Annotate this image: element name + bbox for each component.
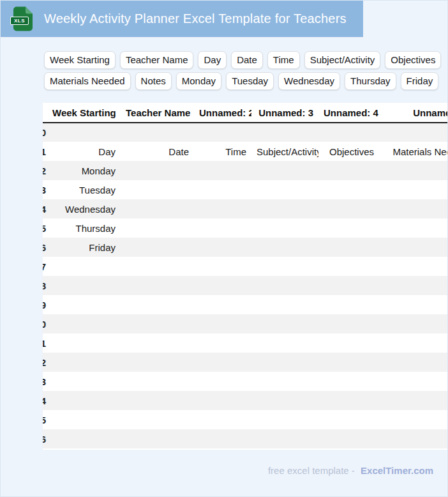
table-cell (121, 199, 194, 218)
table-cell (47, 276, 121, 295)
table-cell (121, 410, 194, 429)
chip-day[interactable]: Day (198, 51, 227, 69)
column-header: Unnamed: 4 (318, 103, 379, 123)
chip-materials-needed[interactable]: Materials Needed (44, 72, 131, 90)
table-cell (379, 372, 448, 391)
row-index: 3 (43, 180, 47, 199)
row-index: 7 (43, 257, 47, 276)
table-cell (121, 123, 194, 142)
table-cell (121, 238, 194, 257)
table-cell (47, 257, 121, 276)
row-index: 9 (43, 295, 47, 314)
table-row: 0 (43, 123, 448, 142)
row-index: 16 (43, 429, 47, 448)
table-row: 9 (43, 295, 448, 314)
xls-icon-label: XLS (10, 17, 29, 25)
table-row: 11 (43, 333, 448, 353)
table-row: 15 (43, 410, 448, 429)
table-cell (121, 333, 194, 353)
row-index: 11 (43, 333, 47, 353)
table-row: 12 (43, 353, 448, 372)
table-cell (379, 218, 448, 238)
table-cell (318, 238, 379, 257)
table-header: Week StartingTeacher NameUnnamed: 2Unnam… (43, 103, 448, 123)
chip-subject-activity[interactable]: Subject/Activity (304, 51, 381, 69)
chip-date[interactable]: Date (231, 51, 263, 69)
chip-monday[interactable]: Monday (176, 72, 221, 90)
index-column-header (43, 103, 47, 123)
data-table: Week StartingTeacher NameUnnamed: 2Unnam… (43, 103, 448, 448)
row-index: 4 (43, 199, 47, 218)
page-footer: free excel template - ExcelTimer.com (268, 465, 433, 476)
table-row: 14 (43, 391, 448, 410)
table-cell: Thursday (47, 218, 121, 238)
table-row: 10 (43, 314, 448, 333)
table-cell (379, 238, 448, 257)
table-cell (379, 353, 448, 372)
table-cell (194, 333, 251, 353)
table-cell (194, 372, 251, 391)
page-title: Weekly Activity Planner Excel Template f… (44, 11, 347, 26)
table-cell (194, 410, 251, 429)
table-cell (251, 199, 318, 218)
table-cell (194, 218, 251, 238)
table-cell: Friday (47, 238, 121, 257)
table-cell (121, 180, 194, 199)
table-cell (379, 257, 448, 276)
table-cell (251, 410, 318, 429)
chip-tuesday[interactable]: Tuesday (226, 72, 274, 90)
table-row: 6Friday (43, 238, 448, 257)
table-row: 2Monday (43, 161, 448, 180)
table-row: 8 (43, 276, 448, 295)
chip-time[interactable]: Time (267, 51, 300, 69)
column-header: Unnamed: 2 (194, 103, 251, 123)
table-cell (194, 314, 251, 333)
table-cell (318, 372, 379, 391)
table-cell (47, 372, 121, 391)
table-cell (251, 372, 318, 391)
table-cell (194, 276, 251, 295)
table-cell (121, 257, 194, 276)
chip-week-starting[interactable]: Week Starting (44, 51, 116, 69)
table-cell (194, 123, 251, 142)
footer-brand-link[interactable]: ExcelTimer.com (361, 465, 433, 476)
chip-friday[interactable]: Friday (401, 72, 439, 90)
table-cell (194, 161, 251, 180)
table-cell: Monday (47, 161, 121, 180)
row-index: 10 (43, 314, 47, 333)
table-cell (318, 314, 379, 333)
footer-text: free excel template - (268, 465, 355, 476)
table-cell (47, 353, 121, 372)
table-cell (318, 180, 379, 199)
table-cell (318, 391, 379, 410)
table-cell: Tuesday (47, 180, 121, 199)
table-cell (194, 257, 251, 276)
chip-list: Week StartingTeacher NameDayDateTimeSubj… (44, 51, 448, 90)
table-cell (318, 353, 379, 372)
table-cell (318, 295, 379, 314)
table-cell (379, 199, 448, 218)
chip-teacher-name[interactable]: Teacher Name (120, 51, 194, 69)
table-cell: Materials Needed (379, 142, 448, 161)
table-cell (251, 314, 318, 333)
chip-wednesday[interactable]: Wednesday (278, 72, 340, 90)
chip-notes[interactable]: Notes (135, 72, 172, 90)
table-cell (251, 391, 318, 410)
chip-thursday[interactable]: Thursday (345, 72, 396, 90)
table-cell (47, 429, 121, 448)
table-cell (379, 314, 448, 333)
table-cell (194, 353, 251, 372)
table-cell (379, 333, 448, 353)
table-row: 16 (43, 429, 448, 448)
table-cell (251, 180, 318, 199)
table-cell (47, 333, 121, 353)
table-cell (379, 410, 448, 429)
table-cell (251, 429, 318, 448)
table-cell (194, 429, 251, 448)
chip-objectives[interactable]: Objectives (385, 51, 441, 69)
table-cell (318, 410, 379, 429)
table-cell: Day (47, 142, 121, 161)
table-cell (194, 391, 251, 410)
table-row: 4Wednesday (43, 199, 448, 218)
table-cell (251, 276, 318, 295)
